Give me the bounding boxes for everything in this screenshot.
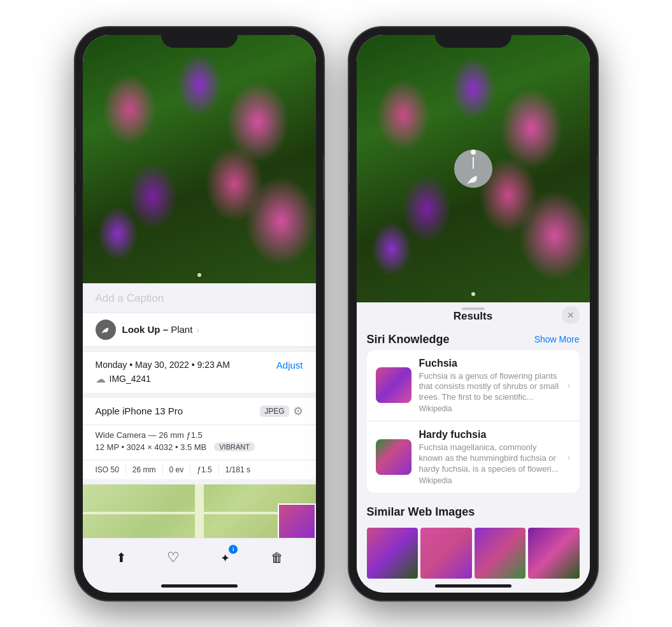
caption-placeholder: Add a Caption — [96, 292, 164, 304]
lookup-row[interactable]: Look Up – Plant › — [83, 313, 316, 347]
hardy-thumbnail — [376, 439, 411, 475]
close-button[interactable]: ✕ — [562, 306, 580, 324]
lookup-label: Look Up – Plant › — [122, 324, 199, 335]
right-page-dot — [471, 292, 475, 296]
exif-iso: ISO 50 — [96, 465, 126, 474]
siri-card: Fuchsia Fuchsia is a genus of flowering … — [367, 350, 580, 493]
hardy-text: Hardy fuchsia Fuchsia magellanica, commo… — [419, 429, 560, 485]
exif-aperture: ƒ1.5 — [190, 465, 218, 474]
siri-item-fuchsia[interactable]: Fuchsia Fuchsia is a genus of flowering … — [367, 350, 580, 422]
trash-button[interactable] — [266, 546, 289, 569]
results-title: Results — [454, 310, 492, 323]
page-dot — [197, 273, 201, 277]
home-bar — [161, 584, 238, 588]
filename: IMG_4241 — [110, 374, 151, 384]
hardy-desc: Fuchsia magellanica, commonly known as t… — [419, 442, 560, 475]
caption-area[interactable]: Add a Caption — [83, 283, 316, 313]
right-flower-photo[interactable] — [357, 35, 590, 302]
results-panel: Results ✕ Siri Knowledge Show More Fuchs… — [357, 302, 590, 584]
exif-ev: 0 ev — [163, 465, 191, 474]
heart-button[interactable] — [162, 546, 185, 569]
device-row: Apple iPhone 13 Pro JPEG ⚙ — [83, 398, 316, 425]
vl-line — [473, 157, 474, 169]
siri-knowledge-section: Siri Knowledge Show More Fuchsia Fuchsia… — [357, 328, 590, 493]
results-header: Results ✕ — [357, 302, 590, 328]
similar-image-2[interactable] — [420, 528, 472, 579]
show-more-button[interactable]: Show More — [534, 334, 580, 344]
right-phone: Results ✕ Siri Knowledge Show More Fuchs… — [349, 27, 597, 600]
fuchsia-chevron: › — [568, 380, 571, 390]
sparkle-icon — [220, 549, 230, 566]
exif-shutter: 1/181 s — [219, 465, 257, 474]
visual-lookup-icon — [96, 320, 116, 340]
drag-handle — [462, 307, 485, 310]
notch — [161, 27, 238, 48]
hardy-chevron: › — [568, 452, 571, 462]
similar-title: Similar Web Images — [367, 505, 475, 519]
format-badge: JPEG — [260, 405, 289, 417]
right-phone-screen: Results ✕ Siri Knowledge Show More Fuchs… — [357, 35, 590, 593]
similar-image-3[interactable] — [475, 528, 526, 579]
fuchsia-text: Fuchsia Fuchsia is a genus of flowering … — [419, 358, 560, 414]
notch-right — [435, 27, 511, 48]
info-button[interactable]: i — [213, 546, 236, 569]
similar-section-header: Similar Web Images — [367, 500, 580, 523]
similar-section: Similar Web Images — [357, 493, 590, 579]
adjust-button[interactable]: Adjust — [276, 360, 303, 370]
exif-row: ISO 50 26 mm 0 ev ƒ1.5 1/181 s — [83, 460, 316, 479]
camera-specs: 12 MP • 3024 × 4032 • 3.5 MB VIBRANT — [96, 442, 303, 452]
siri-knowledge-title: Siri Knowledge — [367, 333, 450, 346]
siri-section-header: Siri Knowledge Show More — [367, 328, 580, 350]
hardy-name: Hardy fuchsia — [419, 429, 560, 440]
device-name: Apple iPhone 13 Pro — [96, 405, 183, 416]
share-button[interactable] — [110, 546, 132, 569]
photo-date: Monday • May 30, 2022 • 9:23 AM — [96, 360, 230, 370]
heart-icon — [167, 549, 180, 566]
leaf-overlay-icon — [464, 170, 482, 188]
siri-item-hardy[interactable]: Hardy fuchsia Fuchsia magellanica, commo… — [367, 421, 580, 493]
vl-dot — [471, 150, 476, 155]
visual-lookup-button[interactable] — [454, 150, 492, 188]
home-bar-right — [435, 584, 511, 588]
phone-screen: Add a Caption Look Up – Plant › Monday •… — [83, 35, 316, 593]
vibrant-badge: VIBRANT — [214, 442, 255, 451]
similar-image-1[interactable] — [367, 528, 418, 579]
camera-desc: Wide Camera — 26 mm ƒ1.5 — [96, 430, 303, 440]
fuchsia-name: Fuchsia — [419, 358, 560, 369]
share-icon — [116, 549, 127, 566]
toolbar: i — [83, 538, 316, 584]
hardy-source: Wikipedia — [419, 476, 560, 485]
trash-icon — [271, 549, 283, 566]
exif-focal: 26 mm — [126, 465, 163, 474]
photo-strip — [278, 504, 316, 538]
left-phone: Add a Caption Look Up – Plant › Monday •… — [75, 27, 324, 600]
flower-photo[interactable] — [83, 35, 316, 283]
camera-details: Wide Camera — 26 mm ƒ1.5 12 MP • 3024 × … — [83, 425, 316, 460]
device-badges: JPEG ⚙ — [260, 404, 303, 418]
info-badge: i — [229, 545, 238, 554]
leaf-icon — [99, 323, 112, 336]
meta-section: Monday • May 30, 2022 • 9:23 AM Adjust ☁… — [83, 352, 316, 393]
info-panel: Add a Caption Look Up – Plant › Monday •… — [83, 283, 316, 538]
fuchsia-source: Wikipedia — [419, 404, 560, 413]
cloud-icon: ☁ — [96, 373, 106, 385]
fuchsia-thumbnail — [376, 367, 411, 403]
fuchsia-desc: Fuchsia is a genus of flowering plants t… — [419, 371, 560, 404]
similar-image-4[interactable] — [528, 528, 580, 579]
map-thumbnail[interactable] — [83, 484, 316, 538]
gear-icon: ⚙ — [293, 404, 303, 418]
similar-images — [367, 528, 580, 579]
